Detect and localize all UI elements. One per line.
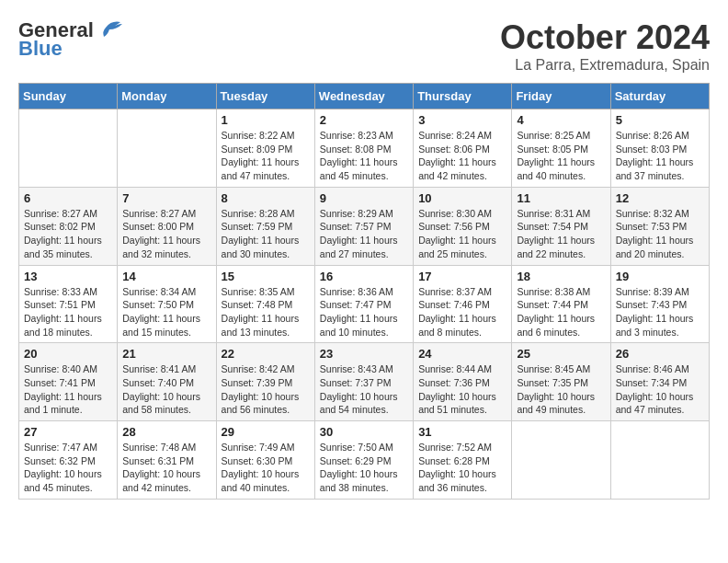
table-row: 20Sunrise: 8:40 AMSunset: 7:41 PMDayligh… bbox=[19, 343, 118, 421]
cell-details: Sunrise: 8:39 AMSunset: 7:43 PMDaylight:… bbox=[616, 285, 704, 339]
cell-details: Sunrise: 8:40 AMSunset: 7:41 PMDaylight:… bbox=[24, 362, 112, 417]
table-row: 31Sunrise: 7:52 AMSunset: 6:28 PMDayligh… bbox=[414, 421, 512, 500]
cell-details: Sunrise: 7:47 AMSunset: 6:32 PMDaylight:… bbox=[24, 441, 112, 495]
day-number: 13 bbox=[24, 270, 112, 283]
cell-details: Sunrise: 7:50 AMSunset: 6:29 PMDaylight:… bbox=[320, 441, 408, 495]
title-section: October 2024 La Parra, Extremadura, Spai… bbox=[500, 18, 710, 74]
calendar-week-row: 1Sunrise: 8:22 AMSunset: 8:09 PMDaylight… bbox=[19, 109, 710, 188]
cell-details: Sunrise: 8:28 AMSunset: 7:59 PMDaylight:… bbox=[222, 207, 310, 261]
day-number: 5 bbox=[616, 113, 704, 127]
day-number: 16 bbox=[320, 270, 408, 283]
table-row: 28Sunrise: 7:48 AMSunset: 6:31 PMDayligh… bbox=[118, 421, 216, 500]
table-row bbox=[512, 421, 610, 500]
table-row: 14Sunrise: 8:34 AMSunset: 7:50 PMDayligh… bbox=[118, 265, 216, 343]
col-tuesday: Tuesday bbox=[216, 84, 314, 109]
day-number: 11 bbox=[517, 191, 605, 205]
table-row bbox=[118, 109, 216, 188]
day-number: 21 bbox=[122, 347, 210, 361]
day-number: 29 bbox=[222, 425, 310, 439]
cell-details: Sunrise: 7:52 AMSunset: 6:28 PMDaylight:… bbox=[418, 441, 506, 495]
table-row: 15Sunrise: 8:35 AMSunset: 7:48 PMDayligh… bbox=[216, 265, 314, 343]
table-row: 19Sunrise: 8:39 AMSunset: 7:43 PMDayligh… bbox=[610, 265, 709, 343]
cell-details: Sunrise: 8:22 AMSunset: 8:09 PMDaylight:… bbox=[222, 129, 310, 183]
col-friday: Friday bbox=[512, 84, 610, 109]
logo-bird-icon bbox=[97, 18, 122, 39]
table-row: 29Sunrise: 7:49 AMSunset: 6:30 PMDayligh… bbox=[216, 421, 314, 500]
day-number: 18 bbox=[517, 270, 605, 283]
table-row: 6Sunrise: 8:27 AMSunset: 8:02 PMDaylight… bbox=[19, 187, 118, 265]
cell-details: Sunrise: 8:46 AMSunset: 7:34 PMDaylight:… bbox=[616, 362, 704, 417]
day-number: 19 bbox=[616, 270, 704, 283]
cell-details: Sunrise: 8:29 AMSunset: 7:57 PMDaylight:… bbox=[320, 207, 408, 261]
logo-blue-text: Blue bbox=[18, 37, 63, 61]
day-number: 22 bbox=[222, 347, 310, 361]
day-number: 23 bbox=[320, 347, 408, 361]
cell-details: Sunrise: 8:37 AMSunset: 7:46 PMDaylight:… bbox=[418, 285, 506, 339]
day-number: 12 bbox=[616, 191, 704, 205]
day-number: 27 bbox=[24, 425, 112, 439]
cell-details: Sunrise: 8:27 AMSunset: 8:00 PMDaylight:… bbox=[122, 207, 210, 261]
day-number: 26 bbox=[616, 347, 704, 361]
table-row: 7Sunrise: 8:27 AMSunset: 8:00 PMDaylight… bbox=[118, 187, 216, 265]
col-saturday: Saturday bbox=[610, 84, 709, 109]
table-row bbox=[610, 421, 709, 500]
logo: General Blue bbox=[18, 18, 122, 61]
table-row: 3Sunrise: 8:24 AMSunset: 8:06 PMDaylight… bbox=[414, 109, 512, 188]
cell-details: Sunrise: 8:34 AMSunset: 7:50 PMDaylight:… bbox=[122, 285, 210, 339]
cell-details: Sunrise: 8:26 AMSunset: 8:03 PMDaylight:… bbox=[616, 129, 704, 183]
cell-details: Sunrise: 8:38 AMSunset: 7:44 PMDaylight:… bbox=[517, 285, 605, 339]
table-row bbox=[19, 109, 118, 188]
table-row: 23Sunrise: 8:43 AMSunset: 7:37 PMDayligh… bbox=[314, 343, 413, 421]
table-row: 10Sunrise: 8:30 AMSunset: 7:56 PMDayligh… bbox=[414, 187, 512, 265]
cell-details: Sunrise: 8:41 AMSunset: 7:40 PMDaylight:… bbox=[122, 362, 210, 417]
col-sunday: Sunday bbox=[19, 84, 118, 109]
cell-details: Sunrise: 8:43 AMSunset: 7:37 PMDaylight:… bbox=[320, 362, 408, 417]
calendar-week-row: 13Sunrise: 8:33 AMSunset: 7:51 PMDayligh… bbox=[19, 265, 710, 343]
cell-details: Sunrise: 8:25 AMSunset: 8:05 PMDaylight:… bbox=[517, 129, 605, 183]
day-number: 1 bbox=[222, 113, 310, 127]
day-number: 25 bbox=[517, 347, 605, 361]
cell-details: Sunrise: 8:42 AMSunset: 7:39 PMDaylight:… bbox=[222, 362, 310, 417]
cell-details: Sunrise: 8:30 AMSunset: 7:56 PMDaylight:… bbox=[418, 207, 506, 261]
day-number: 31 bbox=[418, 425, 506, 439]
table-row: 2Sunrise: 8:23 AMSunset: 8:08 PMDaylight… bbox=[314, 109, 413, 188]
cell-details: Sunrise: 8:31 AMSunset: 7:54 PMDaylight:… bbox=[517, 207, 605, 261]
table-row: 25Sunrise: 8:45 AMSunset: 7:35 PMDayligh… bbox=[512, 343, 610, 421]
cell-details: Sunrise: 7:48 AMSunset: 6:31 PMDaylight:… bbox=[122, 441, 210, 495]
day-number: 3 bbox=[418, 113, 506, 127]
day-number: 28 bbox=[122, 425, 210, 439]
table-row: 5Sunrise: 8:26 AMSunset: 8:03 PMDaylight… bbox=[610, 109, 709, 188]
day-number: 6 bbox=[24, 191, 112, 205]
table-row: 16Sunrise: 8:36 AMSunset: 7:47 PMDayligh… bbox=[314, 265, 413, 343]
calendar-week-row: 20Sunrise: 8:40 AMSunset: 7:41 PMDayligh… bbox=[19, 343, 710, 421]
cell-details: Sunrise: 8:27 AMSunset: 8:02 PMDaylight:… bbox=[24, 207, 112, 261]
table-row: 30Sunrise: 7:50 AMSunset: 6:29 PMDayligh… bbox=[314, 421, 413, 500]
table-row: 12Sunrise: 8:32 AMSunset: 7:53 PMDayligh… bbox=[610, 187, 709, 265]
day-number: 24 bbox=[418, 347, 506, 361]
day-number: 8 bbox=[222, 191, 310, 205]
cell-details: Sunrise: 8:35 AMSunset: 7:48 PMDaylight:… bbox=[222, 285, 310, 339]
day-number: 10 bbox=[418, 191, 506, 205]
table-row: 8Sunrise: 8:28 AMSunset: 7:59 PMDaylight… bbox=[216, 187, 314, 265]
day-number: 9 bbox=[320, 191, 408, 205]
cell-details: Sunrise: 7:49 AMSunset: 6:30 PMDaylight:… bbox=[222, 441, 310, 495]
day-number: 17 bbox=[418, 270, 506, 283]
table-row: 18Sunrise: 8:38 AMSunset: 7:44 PMDayligh… bbox=[512, 265, 610, 343]
table-row: 27Sunrise: 7:47 AMSunset: 6:32 PMDayligh… bbox=[19, 421, 118, 500]
table-row: 4Sunrise: 8:25 AMSunset: 8:05 PMDaylight… bbox=[512, 109, 610, 188]
cell-details: Sunrise: 8:23 AMSunset: 8:08 PMDaylight:… bbox=[320, 129, 408, 183]
cell-details: Sunrise: 8:24 AMSunset: 8:06 PMDaylight:… bbox=[418, 129, 506, 183]
col-monday: Monday bbox=[118, 84, 216, 109]
col-wednesday: Wednesday bbox=[314, 84, 413, 109]
table-row: 22Sunrise: 8:42 AMSunset: 7:39 PMDayligh… bbox=[216, 343, 314, 421]
calendar-table: Sunday Monday Tuesday Wednesday Thursday… bbox=[18, 83, 710, 500]
table-row: 9Sunrise: 8:29 AMSunset: 7:57 PMDaylight… bbox=[314, 187, 413, 265]
table-row: 11Sunrise: 8:31 AMSunset: 7:54 PMDayligh… bbox=[512, 187, 610, 265]
calendar-header-row: Sunday Monday Tuesday Wednesday Thursday… bbox=[19, 84, 710, 109]
month-title: October 2024 bbox=[500, 18, 710, 57]
calendar-week-row: 27Sunrise: 7:47 AMSunset: 6:32 PMDayligh… bbox=[19, 421, 710, 500]
page-header: General Blue October 2024 La Parra, Extr… bbox=[18, 18, 710, 74]
calendar-week-row: 6Sunrise: 8:27 AMSunset: 8:02 PMDaylight… bbox=[19, 187, 710, 265]
table-row: 1Sunrise: 8:22 AMSunset: 8:09 PMDaylight… bbox=[216, 109, 314, 188]
table-row: 26Sunrise: 8:46 AMSunset: 7:34 PMDayligh… bbox=[610, 343, 709, 421]
